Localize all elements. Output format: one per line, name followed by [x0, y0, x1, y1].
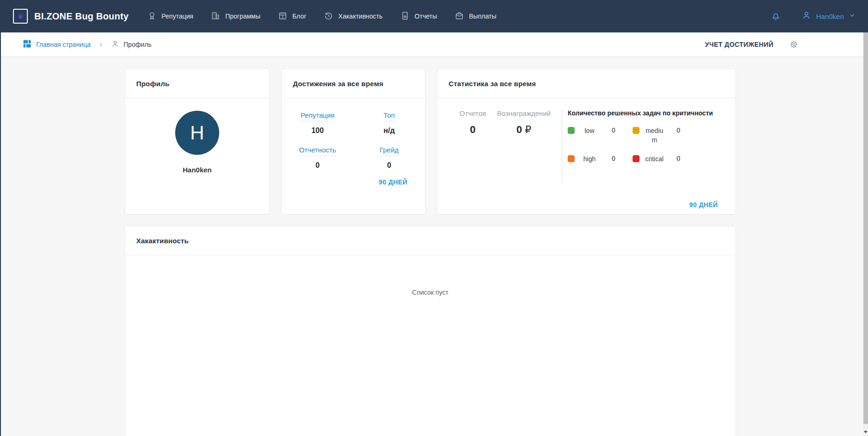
breadcrumb-home-link[interactable]: Главная страница	[23, 39, 91, 50]
vertical-scrollbar[interactable]	[863, 32, 868, 436]
breadcrumb-actions: УЧЕТ ДОСТИЖЕНИЙ	[705, 40, 798, 49]
achievements-card-header: Достижения за все время	[282, 69, 425, 98]
nav-item-label: Блог	[292, 13, 306, 20]
nav-item-programs[interactable]: Программы	[211, 11, 260, 22]
avatar-letter: H	[190, 122, 204, 144]
reports-value: 0	[460, 124, 486, 136]
stat-label[interactable]: Репутация	[301, 111, 335, 121]
profile-person-icon	[111, 39, 120, 50]
scrollbar-thumb[interactable]	[863, 32, 868, 424]
history-icon	[324, 11, 333, 22]
severity-count: 0	[677, 126, 680, 134]
nav-item-label: Отчеты	[415, 13, 437, 20]
achievements-period: 90 ДНЕЙ	[282, 178, 425, 186]
period-90-days-link[interactable]: 90 ДНЕЙ	[379, 178, 407, 186]
statistics-period: 90 ДНЕЙ	[689, 201, 718, 209]
main-content: Профиль H Han0ken Достижения за все врем…	[125, 69, 736, 436]
medal-icon	[147, 11, 157, 22]
rewards-total: Вознаграждений 0 ₽	[497, 109, 551, 184]
severity-medium: medium 0	[633, 126, 697, 145]
nav-item-hackactivity[interactable]: Хакактивность	[324, 11, 383, 22]
statistics-card: Статистика за все время Отчетов 0 Вознаг…	[437, 69, 736, 215]
severity-high: high 0	[568, 154, 633, 164]
newspaper-icon	[278, 11, 287, 22]
statistics-card-body: Отчетов 0 Вознаграждений 0 ₽	[437, 98, 735, 184]
severity-label: high	[579, 154, 600, 164]
bizone-bug-logo-icon	[13, 9, 28, 24]
profile-card-body: H Han0ken	[125, 98, 269, 174]
statistics-totals: Отчетов 0 Вознаграждений 0 ₽	[449, 109, 562, 184]
profile-username: Han0ken	[183, 166, 212, 174]
nav-item-reports[interactable]: Отчеты	[400, 11, 437, 22]
user-avatar-icon	[801, 10, 811, 22]
reports-label: Отчетов	[460, 109, 486, 117]
profile-card-header: Профиль	[125, 69, 269, 98]
scrollbar-down-button[interactable]	[863, 428, 868, 436]
stat-label[interactable]: Грейд	[380, 146, 399, 156]
profile-card: Профиль H Han0ken	[125, 69, 270, 215]
report-document-icon	[400, 11, 410, 22]
stat-label[interactable]: Топ	[384, 111, 395, 121]
notifications-bell-icon[interactable]	[771, 11, 781, 21]
severity-medium-swatch	[633, 127, 640, 134]
stat-value: 100	[282, 126, 354, 135]
severity-critical-swatch	[633, 155, 640, 162]
severity-count: 0	[612, 155, 615, 162]
card-title: Профиль	[136, 80, 170, 88]
user-menu[interactable]: Han0ken	[801, 10, 856, 22]
achievements-accounting-link[interactable]: УЧЕТ ДОСТИЖЕНИЙ	[705, 41, 773, 48]
severity-block: Количество решенных задач по критичности…	[562, 109, 724, 184]
nav-item-label: Программы	[225, 13, 260, 20]
settings-gear-icon[interactable]	[789, 40, 798, 49]
chevron-down-icon	[849, 12, 856, 21]
window-left-edge	[0, 32, 1, 436]
stat-value: 0	[354, 161, 425, 170]
nav-item-payouts[interactable]: Выплаты	[455, 11, 496, 22]
stat-label[interactable]: Отчетность	[299, 146, 336, 156]
page: BI.ZONE Bug Bounty Репутация	[0, 0, 868, 436]
stat-reporting: Отчетность 0	[282, 146, 354, 170]
breadcrumb-current-label: Профиль	[124, 41, 152, 48]
hackactivity-card-header: Хакактивность	[125, 226, 735, 255]
breadcrumb-bar: Главная страница Профиль УЧЕТ ДОСТИЖЕНИЙ	[0, 32, 863, 57]
nav-item-label: Выплаты	[469, 13, 496, 20]
briefcase-icon	[455, 11, 464, 22]
ruble-sign: ₽	[525, 124, 532, 135]
stat-value: 0	[282, 161, 354, 170]
severity-label: critical	[644, 154, 665, 164]
avatar: H	[175, 111, 219, 155]
severity-grid: low 0 medium 0 high 0	[568, 126, 724, 164]
breadcrumb-separator-icon	[98, 42, 103, 47]
building-icon	[211, 11, 220, 22]
severity-count: 0	[677, 155, 680, 162]
achievements-grid: Репутация 100 Топ н/д Отчетность 0 Грейд…	[282, 98, 425, 170]
brand-home-link[interactable]: BI.ZONE Bug Bounty	[13, 9, 129, 24]
statistics-card-header: Статистика за все время	[437, 69, 735, 98]
severity-high-swatch	[568, 155, 575, 162]
severity-title: Количество решенных задач по критичности	[568, 109, 724, 117]
card-title: Хакактивность	[136, 237, 189, 245]
severity-low: low 0	[568, 126, 633, 145]
nav-item-reputation[interactable]: Репутация	[147, 11, 194, 22]
brand-title: BI.ZONE Bug Bounty	[34, 11, 129, 22]
scroll-down-arrow-icon	[864, 431, 868, 433]
breadcrumb-current: Профиль	[111, 39, 152, 50]
rewards-label: Вознаграждений	[497, 109, 551, 117]
dashboard-grid-icon	[23, 39, 32, 50]
summary-cards-row: Профиль H Han0ken Достижения за все врем…	[125, 69, 736, 215]
stat-reputation: Репутация 100	[282, 111, 354, 135]
stat-grade: Грейд 0	[354, 146, 425, 170]
hackactivity-card: Хакактивность Список пуст	[125, 226, 736, 436]
navbar-right: Han0ken	[771, 10, 856, 22]
stat-top: Топ н/д	[354, 111, 425, 135]
empty-list-text: Список пуст	[125, 255, 735, 296]
nav-item-label: Репутация	[162, 13, 194, 20]
reports-total: Отчетов 0	[460, 109, 486, 184]
main-nav: Репутация Программы	[147, 11, 497, 22]
period-90-days-link[interactable]: 90 ДНЕЙ	[689, 201, 718, 209]
severity-critical: critical 0	[633, 154, 697, 164]
user-name: Han0ken	[816, 13, 844, 20]
severity-label: low	[579, 126, 600, 135]
nav-item-blog[interactable]: Блог	[278, 11, 306, 22]
rewards-value: 0 ₽	[497, 124, 551, 136]
